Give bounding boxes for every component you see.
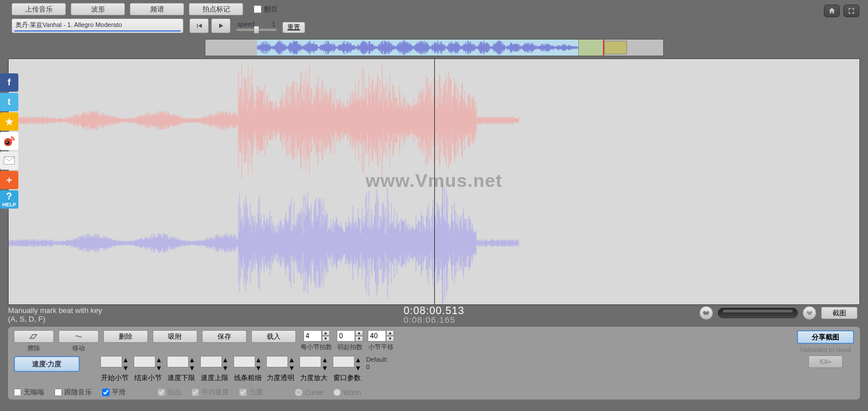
weibo-icon[interactable]	[0, 132, 18, 150]
track-title-box[interactable]: 奥丹·莱兹Vanhal - 1. Allegro Moderato	[11, 18, 184, 33]
beatmark-button[interactable]: 拍点标记	[189, 3, 243, 15]
erase-button[interactable]	[14, 330, 54, 343]
line-thick-label: 线条粗细	[234, 373, 262, 383]
dynamics-checkbox[interactable]: 力度	[239, 387, 263, 397]
prev-icon	[195, 22, 203, 30]
overview-selection[interactable]	[578, 40, 604, 56]
reset-button[interactable]: 重置	[282, 22, 305, 33]
load-button[interactable]: 载入	[251, 330, 296, 343]
overview-wrap	[0, 37, 868, 58]
bar-offset-spinner[interactable]: ▲▼	[368, 330, 394, 342]
dyn-trans-input[interactable]	[266, 356, 288, 367]
start-bar-input[interactable]	[100, 356, 122, 367]
home-button[interactable]	[824, 5, 840, 17]
tempo-max-label: 速度上限	[201, 373, 228, 383]
move-icon	[73, 332, 84, 340]
spin-down[interactable]: ▼	[322, 336, 330, 342]
speed-value: 1	[272, 21, 275, 28]
fullscreen-button[interactable]	[843, 5, 859, 17]
ioi-button[interactable]: IOI+	[808, 355, 843, 368]
overview-wave	[257, 40, 578, 56]
bottom-panel: 擦除 移动 删除 吸附 保存 载入 ▲▼ 每小节拍数 ▲▼ 弱起拍数	[8, 327, 860, 400]
spectrum-button[interactable]: 频谱	[130, 3, 184, 15]
speed-slider[interactable]	[236, 29, 277, 31]
track-progress	[14, 30, 181, 32]
share-screenshot-button[interactable]: 分享截图	[797, 330, 854, 344]
beat-checkbox[interactable]: 拍点	[158, 387, 181, 397]
upload-button[interactable]: 上传音乐	[11, 3, 66, 15]
beats-per-bar-input[interactable]	[303, 330, 322, 342]
beats-per-bar-label: 每小节拍数	[301, 343, 332, 351]
tempo-max-input[interactable]	[200, 356, 222, 367]
zoom-out-button[interactable]	[699, 306, 713, 320]
start-bar-label: 开始小节	[101, 373, 129, 383]
end-bar-label: 结束小节	[134, 373, 162, 383]
email-icon[interactable]	[0, 151, 18, 170]
move-button[interactable]	[59, 330, 99, 343]
slider-thumb[interactable]	[254, 26, 259, 34]
top-toolbar: 上传音乐 波形 频谱 拍点标记 翻页	[0, 0, 868, 17]
play-button[interactable]	[211, 18, 231, 33]
follow-checkbox[interactable]: 跟随音乐	[55, 387, 92, 397]
wave-sparse-icon	[805, 309, 813, 317]
svg-point-1	[6, 141, 10, 145]
curve-radio[interactable]: Curve	[295, 389, 323, 397]
help-icon[interactable]: ?HELP	[0, 190, 18, 209]
avg-tempo-checkbox[interactable]: 平均速度	[192, 387, 229, 397]
zoom-slider[interactable]	[718, 308, 798, 318]
cloud-label: Uploaded to cloud	[800, 346, 851, 353]
dyn-zoom-input[interactable]	[299, 356, 321, 367]
envelope-icon	[3, 156, 15, 165]
watermark: www.Vmus.net	[365, 170, 502, 191]
move-label: 移动	[72, 344, 85, 353]
overview-tail	[604, 41, 627, 54]
home-icon	[828, 7, 836, 15]
svg-point-2	[6, 142, 7, 143]
no-drone-checkbox[interactable]: 无嗡嗡	[14, 387, 44, 397]
share-icon[interactable]: ＋	[0, 171, 18, 189]
spin-up[interactable]: ▲	[322, 330, 330, 336]
line-thick-input[interactable]	[233, 356, 255, 367]
window-params-label: 窗口参数	[333, 373, 361, 383]
flip-checkbox[interactable]: 翻页	[254, 5, 278, 14]
save-button[interactable]: 保存	[202, 330, 247, 343]
social-sidebar: f t ★ ＋ ?HELP	[0, 73, 18, 210]
facebook-icon[interactable]: f	[0, 73, 18, 92]
tempo-min-input[interactable]	[167, 356, 189, 367]
worm-radio[interactable]: Worm	[333, 389, 361, 397]
delete-button[interactable]: 删除	[103, 330, 148, 343]
playback-row: 奥丹·莱兹Vanhal - 1. Allegro Moderato speed …	[0, 17, 868, 37]
end-bar-input[interactable]	[134, 356, 155, 367]
pickup-label: 弱起拍数	[337, 343, 363, 351]
bar-offset-label: 小节平移	[368, 343, 394, 351]
speed-control: speed 1	[236, 21, 277, 31]
qzone-icon[interactable]: ★	[0, 112, 18, 131]
erase-label: 擦除	[28, 344, 40, 353]
main-waveform[interactable]: www.Vmus.net	[8, 58, 860, 305]
beats-per-bar-spinner[interactable]: ▲▼	[303, 330, 330, 342]
eraser-icon	[28, 332, 40, 340]
status-row: Manually mark beat with key (A, S, D, F)…	[0, 305, 868, 326]
flip-label: 翻页	[264, 5, 278, 14]
default-label: Default: 0	[366, 356, 388, 371]
snap-button[interactable]: 吸附	[153, 330, 197, 343]
overview-strip[interactable]	[205, 39, 664, 56]
window-params-input[interactable]	[333, 356, 355, 367]
zoom-in-button[interactable]	[803, 306, 816, 320]
waveform-button[interactable]: 波形	[71, 3, 125, 15]
speed-label: speed	[238, 21, 255, 28]
screenshot-button[interactable]: 截图	[821, 307, 858, 319]
pickup-spinner[interactable]: ▲▼	[337, 330, 363, 342]
dyn-zoom-label: 力度放大	[300, 373, 328, 383]
wave-dense-icon	[702, 309, 710, 317]
hint-line1: Manually mark beat with key	[8, 306, 102, 315]
prev-button[interactable]	[189, 18, 209, 33]
tempo-dynamics-button[interactable]: 速度-力度	[14, 356, 80, 372]
pickup-input[interactable]	[337, 330, 355, 342]
fullscreen-icon	[847, 7, 855, 15]
bar-offset-input[interactable]	[368, 330, 386, 342]
time-current: 0:08:00.513	[403, 306, 464, 315]
twitter-icon[interactable]: t	[0, 93, 18, 111]
dyn-trans-label: 力度透明	[267, 373, 294, 383]
smooth-checkbox[interactable]: 平滑	[102, 387, 126, 397]
